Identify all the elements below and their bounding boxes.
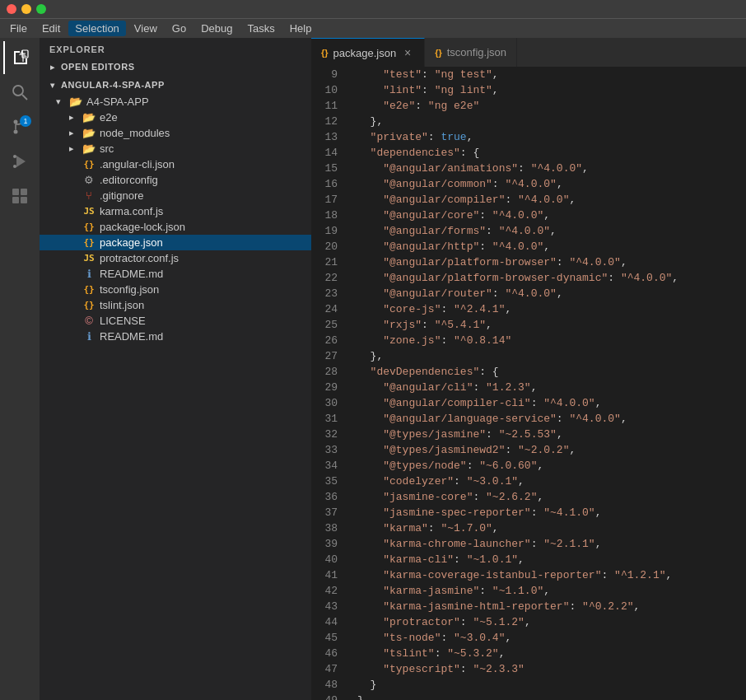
tab-label: tsconfig.json xyxy=(447,46,506,58)
line-number: 39 xyxy=(318,536,338,552)
tree-item--gitignore[interactable]: ⑂.gitignore xyxy=(40,188,311,203)
open-editors-label: OPEN EDITORS xyxy=(61,62,135,72)
tab-close-button[interactable]: × xyxy=(401,46,414,59)
code-line: "@angular/platform-browser": "^4.0.0", xyxy=(357,254,733,270)
explorer-activity-icon[interactable] xyxy=(3,41,36,74)
menu-item-debug[interactable]: Debug xyxy=(194,21,239,36)
line-number: 17 xyxy=(318,192,338,208)
debug-activity-icon[interactable] xyxy=(3,145,36,178)
menu-item-go[interactable]: Go xyxy=(166,21,193,36)
tree-item-label: .gitignore xyxy=(100,189,143,202)
code-line: "@angular/core": "^4.0.0", xyxy=(357,208,733,223)
code-line: "protractor": "~5.1.2", xyxy=(357,614,733,630)
code-line: "karma-cli": "~1.0.1", xyxy=(357,552,733,567)
code-line: }, xyxy=(357,114,733,129)
maximize-button[interactable] xyxy=(36,4,46,14)
code-line: "@angular/animations": "^4.0.0", xyxy=(357,161,733,176)
line-number: 11 xyxy=(318,98,338,114)
tree-item-readme-md[interactable]: ℹREADME.md xyxy=(40,329,311,344)
editor-area: {} package.json × {} tsconfig.json 91011… xyxy=(311,38,746,700)
sidebar-header: Explorer xyxy=(40,38,311,58)
code-content[interactable]: "test": "ng test", "lint": "ng lint", "e… xyxy=(344,67,746,700)
tab-icon: {} xyxy=(321,48,329,58)
code-line: "tslint": "~5.3.2", xyxy=(357,646,733,661)
line-number: 36 xyxy=(318,489,338,505)
svg-marker-7 xyxy=(16,156,26,167)
project-arrow xyxy=(46,78,59,91)
line-number: 19 xyxy=(318,223,338,239)
open-editors-arrow xyxy=(46,60,59,73)
tree-item-label: e2e xyxy=(100,111,118,124)
line-number: 23 xyxy=(318,286,338,301)
tree-item-protractor-conf-js[interactable]: JSprotractor.conf.js xyxy=(40,250,311,266)
code-line: "ts-node": "~3.0.4", xyxy=(357,630,733,646)
tree-item-package-json[interactable]: {}package.json xyxy=(40,235,311,250)
code-line: "karma-chrome-launcher": "~2.1.1", xyxy=(357,536,733,552)
svg-point-4 xyxy=(14,130,18,134)
tree-item-tslint-json[interactable]: {}tslint.json xyxy=(40,297,311,313)
line-number: 29 xyxy=(318,380,338,395)
tree-item-label: LICENSE xyxy=(100,315,146,327)
code-line: "@angular/common": "^4.0.0", xyxy=(357,176,733,192)
tree-item-karma-conf-js[interactable]: JSkarma.conf.js xyxy=(40,203,311,219)
line-number: 35 xyxy=(318,474,338,489)
line-number: 26 xyxy=(318,333,338,348)
tree-item-tsconfig-json[interactable]: {}tsconfig.json xyxy=(40,282,311,297)
code-line: "core-js": "^2.4.1", xyxy=(357,301,733,317)
code-line: "lint": "ng lint", xyxy=(357,82,733,98)
line-number: 34 xyxy=(318,458,338,474)
line-number: 32 xyxy=(318,427,338,442)
menu-item-selection[interactable]: Selection xyxy=(68,21,125,36)
code-line: "@angular/language-service": "^4.0.0", xyxy=(357,411,733,427)
tree-item-label: .angular-cli.json xyxy=(100,158,175,170)
line-number: 47 xyxy=(318,661,338,677)
code-line: "typescript": "~2.3.3" xyxy=(357,661,733,677)
code-line: "@types/jasminewd2": "~2.0.2", xyxy=(357,442,733,458)
tree-item-label: package-lock.json xyxy=(100,221,185,233)
open-editors-section[interactable]: OPEN EDITORS xyxy=(40,58,311,76)
svg-rect-10 xyxy=(12,189,19,195)
line-number: 12 xyxy=(318,114,338,129)
tab-package-json[interactable]: {} package.json × xyxy=(311,38,425,67)
source-control-activity-icon[interactable]: 1 xyxy=(3,110,36,143)
code-line: "jasmine-core": "~2.6.2", xyxy=(357,489,733,505)
tab-tsconfig-json[interactable]: {} tsconfig.json xyxy=(425,38,517,67)
line-number: 9 xyxy=(318,67,338,82)
svg-point-3 xyxy=(14,120,18,124)
minimize-button[interactable] xyxy=(21,4,31,14)
search-activity-icon[interactable] xyxy=(3,76,36,109)
tree-item-package-lock-json[interactable]: {}package-lock.json xyxy=(40,219,311,235)
code-line: "karma-coverage-istanbul-reporter": "^1.… xyxy=(357,567,733,583)
tree-item-a4-spa-app[interactable]: ▾📂A4-SPA-APP xyxy=(40,94,311,110)
tree-item-src[interactable]: ▸📂src xyxy=(40,141,311,156)
line-number: 27 xyxy=(318,348,338,364)
line-number: 30 xyxy=(318,395,338,411)
extensions-activity-icon[interactable] xyxy=(3,180,36,212)
code-line: "@angular/compiler": "^4.0.0", xyxy=(357,192,733,208)
tree-item-readme-md[interactable]: ℹREADME.md xyxy=(40,266,311,282)
tree-item--editorconfig[interactable]: ⚙.editorconfig xyxy=(40,172,311,188)
tree-item--angular-cli-json[interactable]: {}.angular-cli.json xyxy=(40,156,311,172)
close-button[interactable] xyxy=(7,4,16,14)
svg-point-8 xyxy=(13,155,16,158)
tree-item-e2e[interactable]: ▸📂e2e xyxy=(40,110,311,125)
menu-item-file[interactable]: File xyxy=(3,21,34,36)
line-number: 14 xyxy=(318,145,338,161)
code-line: "test": "ng test", xyxy=(357,67,733,82)
menu-item-tasks[interactable]: Tasks xyxy=(240,21,281,36)
file-tree: ▾📂A4-SPA-APP▸📂e2e▸📂node_modules▸📂src{}.a… xyxy=(40,94,311,344)
menu-item-edit[interactable]: Edit xyxy=(35,21,67,36)
code-line: "@angular/router": "^4.0.0", xyxy=(357,286,733,301)
code-line: "karma-jasmine": "~1.1.0", xyxy=(357,583,733,599)
menu-item-view[interactable]: View xyxy=(128,21,164,36)
tree-item-license[interactable]: ©LICENSE xyxy=(40,313,311,329)
tree-item-node-modules[interactable]: ▸📂node_modules xyxy=(40,125,311,141)
code-line: "e2e": "ng e2e" xyxy=(357,98,733,114)
tab-label: package.json xyxy=(333,47,397,59)
line-number: 21 xyxy=(318,254,338,270)
project-section[interactable]: ANGULAR-4-SPA-APP xyxy=(40,76,311,94)
line-number: 41 xyxy=(318,567,338,583)
code-line: } xyxy=(357,677,733,693)
source-control-badge: 1 xyxy=(20,115,31,127)
menu-item-help[interactable]: Help xyxy=(283,21,319,36)
